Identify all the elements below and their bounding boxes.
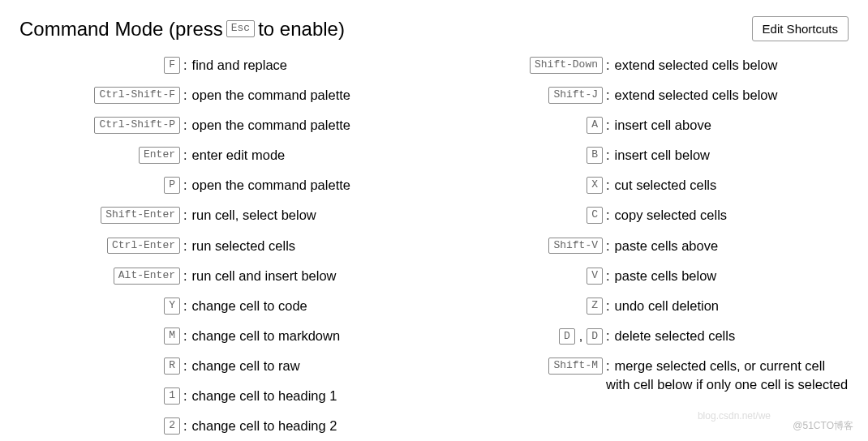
shortcut-row: Ctrl-Enter:run selected cells <box>19 237 426 255</box>
shortcut-text: paste cells below <box>615 268 717 283</box>
shortcut-row: A:insert cell above <box>442 116 849 135</box>
shortcut-description: :merge selected cells, or current cell w… <box>603 357 849 394</box>
shortcut-text: undo cell deletion <box>615 298 719 313</box>
shortcut-columns: F:find and replaceCtrl-Shift-F:open the … <box>19 56 849 441</box>
shortcut-row: Ctrl-Shift-F:open the command palette <box>19 86 426 105</box>
shortcut-description: :paste cells below <box>603 267 849 285</box>
colon: : <box>183 118 187 132</box>
shortcut-text: run cell, select below <box>192 208 316 222</box>
shortcut-description: :insert cell above <box>603 116 849 135</box>
keyboard-key: Y <box>164 298 180 315</box>
shortcut-description: :paste cells above <box>603 237 849 255</box>
shortcut-description: :extend selected cells below <box>603 56 849 75</box>
shortcut-keys: B <box>442 146 603 164</box>
shortcut-row: R:change cell to raw <box>19 357 426 375</box>
shortcut-keys: Ctrl-Shift-P <box>19 116 180 134</box>
colon: : <box>606 58 610 72</box>
shortcut-row: B:insert cell below <box>442 146 849 165</box>
shortcut-text: change cell to code <box>192 298 307 313</box>
shortcut-row: Z:undo cell deletion <box>442 297 849 315</box>
colon: : <box>606 238 610 253</box>
keyboard-key: Ctrl-Enter <box>107 238 180 255</box>
shortcut-text: change cell to heading 1 <box>192 388 337 403</box>
keyboard-key: Alt-Enter <box>114 268 180 285</box>
shortcut-text: merge selected cells, or current cell wi… <box>606 358 848 392</box>
shortcut-description: :open the command palette <box>180 86 426 105</box>
shortcut-text: delete selected cells <box>615 328 736 343</box>
key-separator: , <box>579 328 582 345</box>
shortcut-description: :change cell to code <box>180 297 426 315</box>
shortcut-row: Shift-J:extend selected cells below <box>442 86 849 105</box>
keyboard-key: Ctrl-Shift-F <box>94 87 180 104</box>
shortcut-row: Enter:enter edit mode <box>19 146 426 165</box>
shortcut-keys: Alt-Enter <box>19 267 180 285</box>
shortcut-row: Y:change cell to code <box>19 297 426 315</box>
shortcut-row: Alt-Enter:run cell and insert below <box>19 267 426 285</box>
shortcut-description: :enter edit mode <box>180 146 426 165</box>
shortcut-keys: Shift-Down <box>442 56 603 74</box>
keyboard-key: C <box>587 207 603 224</box>
shortcut-description: :open the command palette <box>180 176 426 195</box>
keyboard-key: 2 <box>164 417 180 435</box>
shortcut-description: :open the command palette <box>180 116 426 135</box>
shortcut-row: Shift-Down:extend selected cells below <box>442 56 849 75</box>
shortcut-description: :copy selected cells <box>603 206 849 225</box>
shortcut-keys: F <box>19 56 180 74</box>
shortcut-text: paste cells above <box>615 238 719 253</box>
shortcut-row: 1:change cell to heading 1 <box>19 387 426 405</box>
colon: : <box>183 328 187 343</box>
keyboard-key: Enter <box>139 147 180 164</box>
keyboard-key: Shift-V <box>548 238 603 255</box>
shortcut-description: :undo cell deletion <box>603 297 849 315</box>
shortcut-text: open the command palette <box>192 178 350 192</box>
shortcut-keys: Shift-Enter <box>19 206 180 224</box>
keyboard-key: Ctrl-Shift-P <box>94 117 180 134</box>
colon: : <box>606 358 610 373</box>
shortcut-row: Shift-M:merge selected cells, or current… <box>442 357 849 394</box>
shortcut-row: F:find and replace <box>19 56 426 75</box>
shortcut-keys: A <box>442 116 603 134</box>
shortcut-text: copy selected cells <box>615 208 728 222</box>
shortcut-text: run selected cells <box>192 238 295 253</box>
shortcut-description: :change cell to raw <box>180 357 426 375</box>
keyboard-key: Shift-Enter <box>101 207 180 224</box>
shortcut-description: :change cell to heading 2 <box>180 417 426 435</box>
shortcut-keys: 1 <box>19 387 180 405</box>
colon: : <box>183 238 187 253</box>
shortcut-text: change cell to markdown <box>192 328 341 343</box>
colon: : <box>183 388 187 403</box>
keyboard-key: Shift-M <box>548 358 603 375</box>
keyboard-key: 1 <box>164 387 180 405</box>
keyboard-key: M <box>164 328 180 345</box>
shortcut-text: cut selected cells <box>615 178 717 192</box>
shortcut-description: :change cell to heading 1 <box>180 387 426 405</box>
colon: : <box>183 148 187 162</box>
colon: : <box>606 148 610 162</box>
shortcut-row: C:copy selected cells <box>442 206 849 225</box>
colon: : <box>183 88 187 102</box>
shortcut-text: extend selected cells below <box>615 88 778 102</box>
shortcut-row: V:paste cells below <box>442 267 849 285</box>
shortcut-keys: Ctrl-Enter <box>19 237 180 255</box>
shortcut-row: 2:change cell to heading 2 <box>19 417 426 435</box>
colon: : <box>183 298 187 313</box>
edit-shortcuts-button[interactable]: Edit Shortcuts <box>752 16 849 41</box>
colon: : <box>183 208 187 222</box>
keyboard-key: R <box>164 358 180 375</box>
keyboard-key: Shift-Down <box>530 57 603 74</box>
shortcut-description: :run selected cells <box>180 237 426 255</box>
keyboard-key: F <box>164 57 180 74</box>
shortcut-keys: P <box>19 176 180 194</box>
colon: : <box>606 328 610 343</box>
colon: : <box>606 88 610 102</box>
keyboard-key: P <box>164 177 180 194</box>
keyboard-key: Shift-J <box>548 87 603 104</box>
shortcut-text: find and replace <box>192 58 287 72</box>
page-title: Command Mode (press Esc to enable) <box>19 18 345 41</box>
shortcut-description: :run cell and insert below <box>180 267 426 285</box>
shortcut-text: change cell to heading 2 <box>192 418 337 433</box>
shortcut-row: Ctrl-Shift-P:open the command palette <box>19 116 426 135</box>
keyboard-key: A <box>587 117 603 134</box>
shortcut-description: :find and replace <box>180 56 426 75</box>
colon: : <box>606 118 610 132</box>
